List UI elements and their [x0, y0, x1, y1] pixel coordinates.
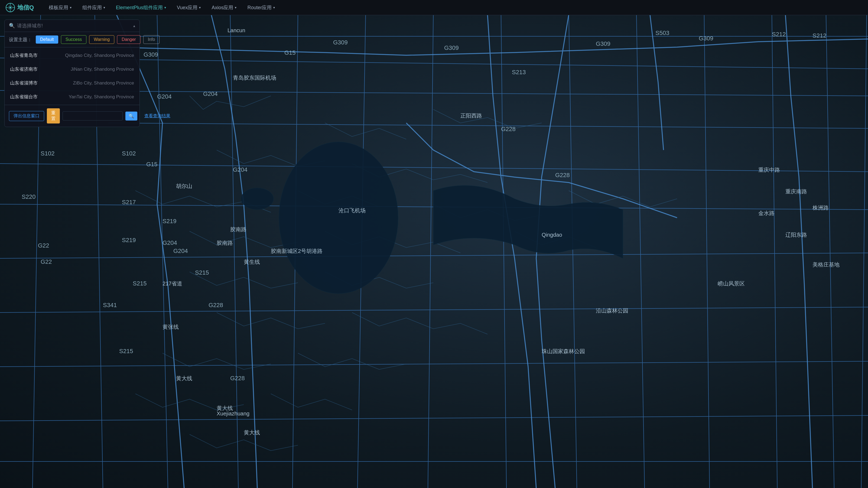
svg-text:S219: S219 [162, 218, 176, 224]
city-name-yantai: 山东省烟台市 [10, 94, 38, 100]
theme-btn-success[interactable]: Success [61, 35, 86, 44]
svg-line-29 [772, 15, 777, 488]
theme-btn-info[interactable]: Info [143, 35, 160, 44]
svg-text:Qingdao: Qingdao [541, 232, 562, 238]
search-text-input[interactable] [63, 111, 123, 121]
svg-text:S212: S212 [812, 32, 826, 39]
svg-text:G228: G228 [209, 302, 223, 308]
svg-line-31 [861, 15, 867, 488]
search-icon: 🔍 [9, 23, 15, 29]
city-name-en-qingdao: Qingdao City, Shandong Province [65, 53, 134, 58]
query-button[interactable]: 查看查询结果 [140, 111, 175, 121]
chevron-up-icon: ▴ [133, 24, 135, 28]
svg-text:G228: G228 [501, 126, 516, 132]
nav-item-component[interactable]: 组件应用 ▾ [78, 2, 110, 13]
svg-line-15 [0, 361, 868, 367]
svg-line-16 [0, 416, 868, 421]
svg-text:S215: S215 [195, 269, 209, 276]
city-item-qingdao[interactable]: 山东省青岛市 Qingdao City, Shandong Province [5, 49, 140, 62]
svg-text:黄大线: 黄大线 [176, 375, 192, 381]
svg-text:重庆南路: 重庆南路 [785, 188, 807, 194]
bottom-bar: 弹出信息窗口 重置 🔍 查看查询结果 [5, 105, 140, 127]
svg-point-32 [279, 142, 398, 294]
svg-text:S341: S341 [103, 302, 117, 308]
svg-text:G309: G309 [333, 39, 348, 46]
chevron-icon-0: ▾ [70, 6, 71, 9]
svg-text:正阳西路: 正阳西路 [460, 113, 482, 119]
logo[interactable]: 地信Q [5, 3, 38, 12]
city-item-jinan[interactable]: 山东省济南市 JiNan City, Shandong Province [5, 62, 140, 76]
svg-text:金水路: 金水路 [758, 210, 775, 216]
svg-text:沧口飞机场: 沧口飞机场 [339, 208, 366, 213]
svg-text:S102: S102 [41, 150, 55, 157]
svg-text:黄张线: 黄张线 [162, 324, 179, 330]
svg-text:S215: S215 [119, 348, 133, 355]
city-name-en-yantai: YanTai City, Shandong Province [69, 94, 134, 100]
svg-text:S220: S220 [22, 193, 35, 200]
svg-text:S102: S102 [122, 150, 136, 157]
svg-text:黄大线: 黄大线 [217, 405, 233, 411]
city-name-zibo: 山东省淄博市 [10, 80, 38, 86]
svg-text:G15: G15 [284, 49, 296, 56]
svg-line-21 [230, 15, 238, 488]
nav-item-template[interactable]: 模板应用 ▾ [44, 2, 76, 13]
nav-label-router: Router应用 [247, 4, 272, 11]
map-container[interactable]: G309 G15 G204 G309 G309 G309 G309 S213 S… [0, 15, 868, 488]
svg-text:珠山国家森林公园: 珠山国家森林公园 [541, 348, 585, 354]
nav-item-axios[interactable]: Axios应用 ▾ [207, 2, 241, 13]
svg-text:Lancun: Lancun [227, 27, 245, 33]
svg-text:S217: S217 [122, 199, 136, 206]
svg-text:胶南新城区2号胡港路: 胶南新城区2号胡港路 [271, 248, 322, 254]
svg-text:S213: S213 [512, 69, 526, 75]
svg-text:S212: S212 [772, 31, 786, 38]
svg-text:胡尔山: 胡尔山 [176, 183, 192, 189]
svg-text:沿山森林公园: 沿山森林公园 [596, 308, 628, 314]
svg-line-30 [826, 15, 834, 488]
svg-line-20 [157, 15, 168, 488]
search-placeholder-text: 请选择城市! [17, 23, 131, 29]
svg-line-24 [428, 15, 433, 488]
svg-text:G22: G22 [38, 242, 49, 249]
svg-line-11 [0, 163, 868, 172]
svg-text:G22: G22 [41, 258, 52, 265]
city-item-yantai[interactable]: 山东省烟台市 YanTai City, Shandong Province [5, 90, 140, 104]
svg-text:G309: G309 [144, 51, 158, 58]
theme-btn-danger[interactable]: Danger [117, 35, 140, 44]
svg-text:黄生线: 黄生线 [244, 259, 260, 265]
nav-label-axios: Axios应用 [212, 4, 233, 11]
chevron-icon-3: ▾ [199, 6, 201, 9]
popup-button[interactable]: 弹出信息窗口 [9, 111, 44, 121]
chevron-icon-2: ▾ [164, 6, 166, 9]
nav-label-vuex: Vuex应用 [177, 4, 197, 11]
city-search-bar[interactable]: 🔍 请选择城市! ▴ [5, 20, 140, 32]
city-item-zibo[interactable]: 山东省淄博市 ZiBo City, Shandong Province [5, 76, 140, 90]
svg-text:胶南路: 胶南路 [217, 240, 233, 246]
svg-text:G309: G309 [596, 40, 611, 47]
nav-item-router[interactable]: Router应用 ▾ [243, 2, 279, 13]
reset-button[interactable]: 重置 [47, 108, 60, 123]
svg-line-14 [0, 307, 868, 312]
theme-btn-warning[interactable]: Warning [89, 35, 114, 44]
svg-text:G204: G204 [203, 90, 218, 97]
nav-item-vuex[interactable]: Vuex应用 ▾ [173, 2, 205, 13]
navbar: 地信Q 模板应用 ▾ 组件应用 ▾ ElementPlus组件应用 ▾ Vuex… [0, 0, 868, 15]
theme-row: 设置主题： Default Success Warning Danger Inf… [5, 32, 140, 48]
svg-line-13 [0, 253, 868, 258]
chevron-icon-1: ▾ [103, 6, 105, 9]
svg-text:S503: S503 [655, 30, 669, 36]
svg-line-28 [704, 15, 710, 488]
theme-btn-default[interactable]: Default [36, 35, 58, 43]
svg-text:美格庄基地: 美格庄基地 [812, 262, 840, 268]
svg-line-10 [108, 123, 868, 128]
chevron-icon-5: ▾ [273, 6, 275, 9]
nav-item-elementplus[interactable]: ElementPlus组件应用 ▾ [112, 2, 170, 13]
svg-line-25 [501, 15, 506, 488]
svg-text:青岛胶东国际机场: 青岛胶东国际机场 [233, 75, 276, 81]
svg-text:崂山风景区: 崂山风景区 [718, 280, 745, 286]
svg-text:G204: G204 [162, 239, 177, 246]
svg-text:G309: G309 [444, 44, 459, 51]
nav-label-elementplus: ElementPlus组件应用 [116, 4, 163, 11]
search-go-button[interactable]: 🔍 [125, 112, 137, 121]
svg-text:G204: G204 [233, 166, 248, 173]
chevron-icon-4: ▾ [235, 6, 237, 9]
